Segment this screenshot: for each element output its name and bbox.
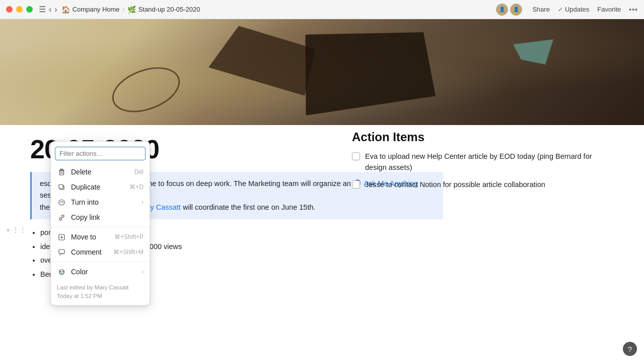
menu-divider — [51, 227, 150, 227]
menu-item-turn-into[interactable]: Turn into › — [51, 195, 150, 210]
page-emoji-icon: 🌿 — [127, 6, 136, 14]
avatar-area: 👤 👤 — [496, 4, 522, 16]
menu-item-delete[interactable]: Delete Del — [51, 164, 150, 179]
svg-rect-6 — [59, 185, 63, 189]
svg-point-12 — [62, 271, 63, 272]
menu-item-move-to[interactable]: Move to ⌘+Shift+P — [51, 229, 150, 245]
action-item-1: Eva to upload new Help Center article by… — [352, 151, 614, 173]
color-icon — [57, 267, 66, 276]
action-item-2-text: Jesse to contact Notion for possible art… — [365, 179, 545, 191]
svg-point-7 — [59, 200, 64, 205]
action-items-section: Action Items Eva to upload new Help Cent… — [352, 130, 614, 196]
maximize-button[interactable] — [26, 6, 33, 13]
nav-icons: ☰ ‹ › — [39, 5, 57, 14]
delete-label: Delete — [71, 168, 129, 176]
action-items-title: Action Items — [352, 130, 614, 144]
move-icon — [57, 232, 66, 241]
action-item-2: Jesse to contact Notion for possible art… — [352, 179, 614, 191]
forward-icon[interactable]: › — [54, 5, 57, 14]
svg-point-11 — [59, 271, 61, 272]
comment-icon — [57, 248, 66, 257]
copy-link-label: Copy link — [71, 213, 144, 221]
duplicate-label: Duplicate — [71, 183, 124, 191]
home-emoji-icon: 🏠 — [61, 6, 70, 14]
svg-point-13 — [61, 272, 62, 274]
content-text-4: will coordinate the first one on June 15… — [181, 203, 316, 211]
delete-shortcut: Del — [134, 168, 144, 175]
duplicate-shortcut: ⌘+D — [129, 184, 144, 191]
checkbox-2[interactable] — [352, 180, 360, 189]
comment-shortcut: ⌘+Shift+M — [113, 249, 144, 256]
title-bar: ☰ ‹ › 🏠 Company Home / 🌿 Stand-up 20-05-… — [0, 0, 644, 19]
favorite-button[interactable]: Favorite — [597, 6, 621, 13]
menu-item-copy-link[interactable]: Copy link — [51, 210, 150, 225]
menu-icon[interactable]: ☰ — [39, 5, 46, 14]
menu-item-duplicate[interactable]: Duplicate ⌘+D — [51, 179, 150, 195]
menu-search-container — [55, 147, 146, 160]
filter-actions-input[interactable] — [55, 147, 146, 160]
menu-divider-2 — [51, 262, 150, 262]
breadcrumb-page-label: Stand-up 20-05-2020 — [138, 6, 200, 13]
breadcrumb: 🏠 Company Home / 🌿 Stand-up 20-05-2020 — [61, 6, 496, 14]
color-label: Color — [71, 268, 136, 276]
breadcrumb-home-label: Company Home — [73, 6, 120, 13]
trash-icon — [57, 167, 66, 176]
svg-rect-1 — [59, 170, 64, 171]
updates-button[interactable]: ✓ Updates — [558, 6, 589, 13]
avatar2: 👤 — [510, 4, 522, 16]
svg-rect-2 — [59, 171, 63, 175]
window-controls — [6, 6, 33, 13]
action-item-1-text: Eva to upload new Help Center article by… — [365, 151, 614, 173]
link-icon — [57, 213, 66, 222]
checkbox-1[interactable] — [352, 152, 360, 160]
turn-into-arrow-icon: › — [141, 199, 144, 206]
move-to-shortcut: ⌘+Shift+P — [114, 233, 144, 240]
breadcrumb-page[interactable]: 🌿 Stand-up 20-05-2020 — [127, 6, 200, 14]
avatar: 👤 — [496, 4, 508, 16]
close-button[interactable] — [6, 6, 13, 13]
title-bar-right: 👤 👤 Share ✓ Updates Favorite ••• — [496, 4, 638, 16]
menu-item-color[interactable]: Color › — [51, 264, 150, 279]
svg-rect-9 — [59, 250, 64, 254]
check-icon: ✓ — [558, 6, 563, 13]
context-menu: Delete Del Duplicate ⌘+D — [50, 141, 150, 306]
breadcrumb-home[interactable]: 🏠 Company Home — [61, 6, 120, 14]
color-arrow-icon: › — [141, 268, 144, 275]
watermark: filehorse.com — [10, 346, 69, 357]
turn-into-label: Turn into — [71, 198, 136, 206]
turn-into-icon — [57, 198, 66, 207]
updates-label: Updates — [565, 6, 589, 13]
main-content: + ⋮⋮ 20-05-2020 esday stand-ups and usin… — [0, 19, 644, 363]
share-button[interactable]: Share — [532, 6, 550, 13]
hero-image — [0, 19, 644, 125]
back-icon[interactable]: ‹ — [49, 5, 51, 14]
footer-line1: Last edited by Mary Cassatt — [57, 283, 144, 292]
minimize-button[interactable] — [16, 6, 23, 13]
footer-line2: Today at 1:52 PM — [57, 292, 144, 300]
svg-rect-0 — [60, 169, 63, 170]
more-button[interactable]: ••• — [629, 6, 638, 14]
comment-label: Comment — [71, 248, 108, 256]
breadcrumb-separator: / — [123, 7, 124, 13]
help-button[interactable]: ? — [623, 342, 637, 356]
menu-item-comment[interactable]: Comment ⌘+Shift+M — [51, 245, 150, 260]
menu-footer: Last edited by Mary Cassatt Today at 1:5… — [51, 279, 150, 303]
duplicate-icon — [57, 183, 66, 192]
move-to-label: Move to — [71, 233, 109, 241]
